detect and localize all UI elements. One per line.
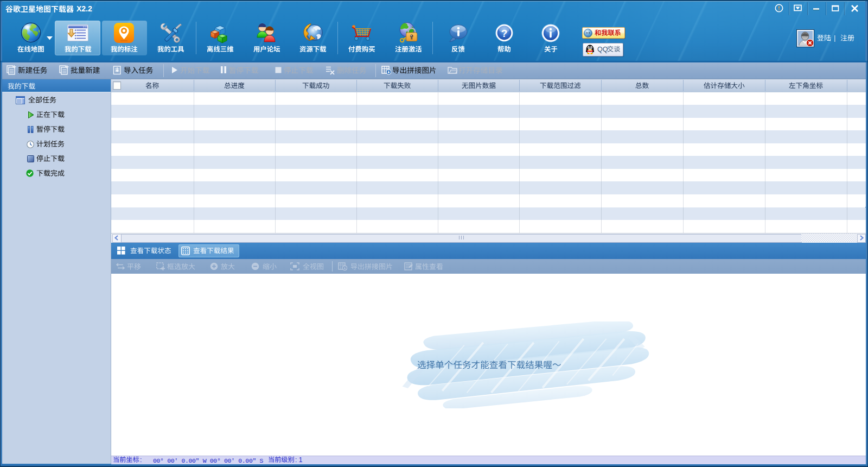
svg-text:?: ? xyxy=(501,28,508,39)
